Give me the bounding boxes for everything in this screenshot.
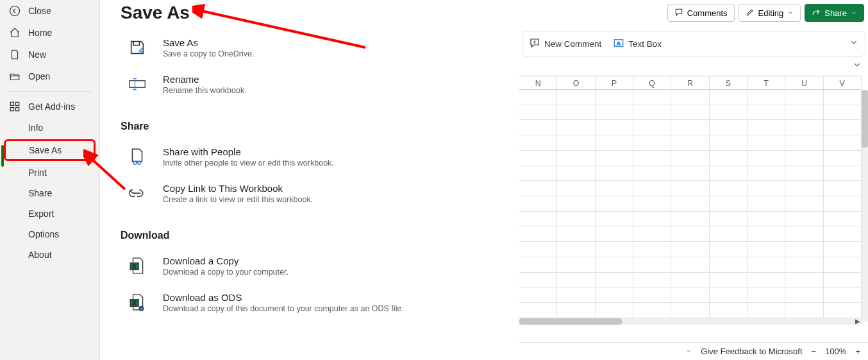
expand-ribbon-chevron[interactable] [853, 60, 862, 72]
grid-cell[interactable] [557, 90, 595, 105]
grid-cell[interactable] [747, 242, 785, 257]
grid-cell[interactable] [557, 227, 595, 242]
grid-cell[interactable] [671, 257, 709, 272]
grid-cell[interactable] [633, 135, 671, 150]
sidebar-about[interactable]: About [0, 244, 99, 265]
col-header[interactable]: N [519, 76, 557, 89]
grid-cell[interactable] [710, 257, 747, 272]
grid-cell[interactable] [710, 196, 747, 211]
grid-cell[interactable] [519, 288, 557, 303]
grid-cell[interactable] [519, 196, 557, 211]
grid-cell[interactable] [710, 135, 747, 150]
share-button[interactable]: Share [805, 4, 864, 22]
grid-cell[interactable] [557, 181, 595, 196]
text-box-command[interactable]: A Text Box [613, 37, 662, 51]
grid-cell[interactable] [596, 273, 633, 287]
grid-cell[interactable] [519, 181, 557, 196]
sidebar-options[interactable]: Options [0, 224, 99, 244]
sidebar-saveas[interactable]: Save As [4, 139, 96, 161]
grid-cell[interactable] [824, 120, 862, 135]
grid-cell[interactable] [557, 288, 595, 303]
scroll-thumb[interactable] [519, 318, 622, 325]
grid-cell[interactable] [824, 196, 862, 211]
grid-cell[interactable] [633, 212, 671, 227]
grid-cell[interactable] [785, 151, 823, 166]
grid-cell[interactable] [596, 227, 633, 242]
zoom-in-button[interactable]: + [855, 347, 860, 356]
grid-cell[interactable] [671, 242, 709, 257]
grid-cell[interactable] [557, 135, 595, 150]
status-dropdown-icon[interactable] [685, 347, 692, 356]
col-header[interactable]: O [557, 76, 595, 89]
grid-cell[interactable] [785, 90, 823, 105]
grid-cell[interactable] [747, 227, 785, 242]
grid-cell[interactable] [710, 303, 747, 318]
col-header[interactable]: T [747, 76, 785, 89]
grid-cell[interactable] [519, 227, 557, 242]
grid-cell[interactable] [824, 151, 862, 166]
col-header[interactable]: S [710, 76, 747, 89]
grid-cell[interactable] [671, 90, 709, 105]
sidebar-print[interactable]: Print [0, 162, 99, 183]
grid-cell[interactable] [557, 273, 595, 287]
grid-cell[interactable] [671, 227, 709, 242]
grid-cell[interactable] [519, 242, 557, 257]
grid-cell[interactable] [785, 303, 823, 318]
grid-cell[interactable] [633, 105, 671, 120]
grid-cell[interactable] [710, 242, 747, 257]
grid-cell[interactable] [671, 120, 709, 135]
sidebar-home[interactable]: Home [0, 22, 99, 44]
col-header[interactable]: Q [633, 76, 671, 89]
grid-cell[interactable] [671, 105, 709, 120]
grid-cell[interactable] [710, 151, 747, 166]
grid-cell[interactable] [519, 257, 557, 272]
grid-cell[interactable] [633, 166, 671, 181]
scroll-right-arrow-icon[interactable]: ▶ [855, 318, 860, 325]
sidebar-new[interactable]: New [0, 44, 99, 65]
grid-cell[interactable] [633, 196, 671, 211]
grid-cell[interactable] [557, 196, 595, 211]
grid-cell[interactable] [785, 273, 823, 287]
grid-cell[interactable] [557, 105, 595, 120]
grid-cell[interactable] [596, 257, 633, 272]
grid-cell[interactable] [747, 90, 785, 105]
grid-cell[interactable] [596, 151, 633, 166]
grid-cell[interactable] [519, 151, 557, 166]
grid-cell[interactable] [785, 257, 823, 272]
grid-cell[interactable] [557, 166, 595, 181]
grid-cell[interactable] [557, 151, 595, 166]
grid-cell[interactable] [785, 166, 823, 181]
grid-cell[interactable] [633, 303, 671, 318]
grid-cell[interactable] [633, 242, 671, 257]
grid-cell[interactable] [824, 90, 862, 105]
grid-cell[interactable] [519, 212, 557, 227]
grid-cell[interactable] [785, 181, 823, 196]
grid-cell[interactable] [710, 166, 747, 181]
grid-cell[interactable] [785, 105, 823, 120]
sidebar-export[interactable]: Export [0, 203, 99, 224]
grid-cell[interactable] [596, 181, 633, 196]
grid-cell[interactable] [671, 288, 709, 303]
grid-cell[interactable] [785, 212, 823, 227]
grid-cell[interactable] [824, 181, 862, 196]
grid-cell[interactable] [785, 196, 823, 211]
grid-cell[interactable] [671, 196, 709, 211]
col-header[interactable]: P [596, 76, 633, 89]
grid-cell[interactable] [824, 135, 862, 150]
grid-cell[interactable] [824, 166, 862, 181]
ribbon-overflow-chevron[interactable] [849, 38, 858, 49]
option-copy-link[interactable]: Copy Link to This Workbook Create a link… [121, 178, 513, 214]
grid-cell[interactable] [785, 120, 823, 135]
grid-cell[interactable] [633, 181, 671, 196]
grid-cell[interactable] [747, 257, 785, 272]
grid-cell[interactable] [596, 242, 633, 257]
grid-cell[interactable] [747, 212, 785, 227]
sidebar-share[interactable]: Share [0, 183, 99, 203]
grid-cell[interactable] [710, 181, 747, 196]
spreadsheet-grid[interactable] [519, 90, 862, 318]
grid-cell[interactable] [747, 196, 785, 211]
grid-cell[interactable] [519, 166, 557, 181]
vertical-scrollbar[interactable] [862, 90, 868, 321]
col-header[interactable]: U [785, 76, 823, 89]
grid-cell[interactable] [710, 90, 747, 105]
